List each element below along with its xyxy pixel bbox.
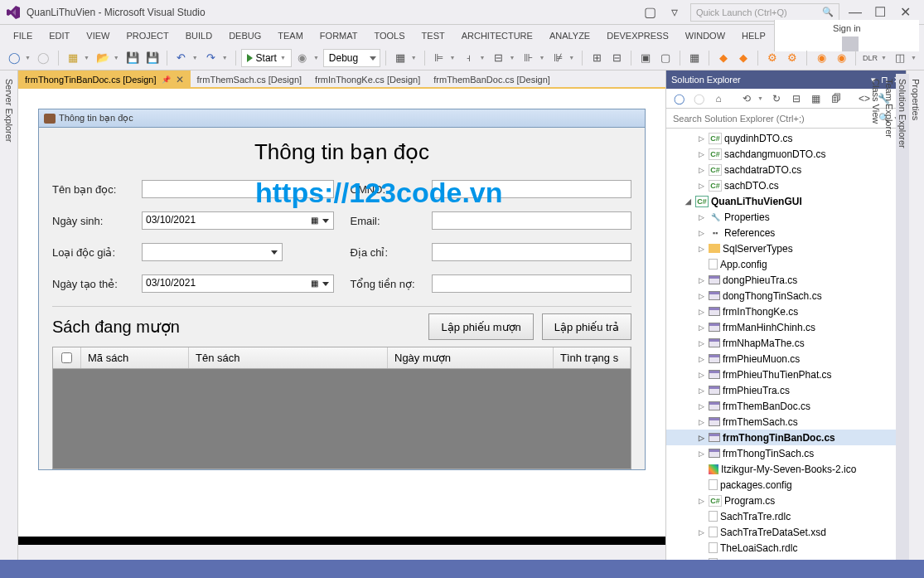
server-explorer-tab[interactable]: Server Explorer	[2, 74, 16, 573]
save-icon[interactable]: 💾	[123, 49, 142, 67]
menu-build[interactable]: BUILD	[177, 27, 220, 44]
input-tongtien[interactable]	[432, 274, 632, 293]
start-debug-button[interactable]: Start ▼	[241, 49, 292, 67]
form-designer[interactable]: https://123code.vn Thông tin bạn đọc Thô…	[18, 89, 665, 537]
redo-icon[interactable]: ↷	[202, 49, 220, 67]
bring-front-icon[interactable]: ▣	[636, 49, 655, 67]
select-all-checkbox[interactable]	[61, 352, 72, 363]
grid-col-tensach[interactable]: Tên sách	[189, 347, 388, 368]
config-combo[interactable]: Debug	[323, 49, 380, 67]
same-width-icon[interactable]: ⊟	[489, 49, 507, 67]
align-left-icon[interactable]: ⊫	[430, 49, 448, 67]
doc-tab[interactable]: frmInThongKe.cs [Design]	[308, 70, 427, 89]
dx-skin-icon[interactable]: ◫	[891, 49, 909, 67]
feedback-icon[interactable]: ▢	[637, 3, 662, 22]
expand-icon[interactable]: ▷	[696, 166, 706, 174]
input-loai[interactable]	[142, 243, 283, 261]
input-ngaysinh[interactable]: 03/10/2021▦	[142, 211, 334, 230]
menu-test[interactable]: TEST	[414, 27, 453, 44]
se-showall-icon[interactable]: ▦	[807, 90, 825, 108]
quick-launch-input[interactable]: Quick Launch (Ctrl+Q) 🔍	[690, 3, 839, 22]
h-spacing-icon[interactable]: ⊪	[519, 49, 537, 67]
expand-icon[interactable]: ▷	[696, 355, 706, 363]
expand-icon[interactable]: ▷	[696, 276, 706, 284]
form-window[interactable]: Thông tin bạn đọc Thông tin bạn đọc Tên …	[38, 109, 646, 470]
dx-icon-5[interactable]: ◉	[812, 49, 830, 67]
dx-icon-4[interactable]: ⚙	[783, 49, 801, 67]
expand-icon[interactable]: ▷	[696, 134, 706, 143]
browser-select-icon[interactable]: ◉	[293, 49, 312, 67]
center-v-icon[interactable]: ⊟	[607, 49, 626, 67]
expand-icon[interactable]: ▷	[696, 182, 706, 190]
input-cmnd[interactable]	[432, 180, 632, 198]
toolbox-icon[interactable]: ▦	[391, 49, 409, 67]
expand-icon[interactable]: ▷	[696, 213, 706, 221]
expand-icon[interactable]: ▷	[696, 339, 706, 347]
doc-tab[interactable]: frmThemBanDoc.cs [Design]	[427, 70, 557, 89]
minimize-icon[interactable]: —	[843, 3, 868, 22]
v-spacing-icon[interactable]: ⊯	[549, 49, 567, 67]
menu-architecture[interactable]: ARCHITECTURE	[453, 27, 541, 44]
team-explorer-tab[interactable]: Team Explorer	[883, 74, 896, 573]
menu-analyze[interactable]: ANALYZE	[541, 27, 598, 44]
doc-tab[interactable]: frmThemSach.cs [Design]	[191, 70, 309, 89]
input-email[interactable]	[432, 211, 632, 230]
center-h-icon[interactable]: ⊞	[588, 49, 606, 67]
new-project-icon[interactable]: ▦	[64, 49, 82, 67]
menu-help[interactable]: HELP	[733, 27, 774, 44]
menu-devexpress[interactable]: DEVEXPRESS	[598, 27, 677, 44]
se-home-icon[interactable]: ⌂	[709, 90, 728, 108]
input-ten[interactable]	[142, 180, 334, 198]
expand-icon[interactable]: ▷	[696, 292, 706, 300]
undo-icon[interactable]: ↶	[172, 49, 191, 67]
expand-icon[interactable]: ▷	[696, 229, 706, 237]
expand-icon[interactable]: ▷	[696, 528, 706, 537]
grid-sach-muon[interactable]: Mã sách Tên sách Ngày mượn Tình trạng s	[52, 347, 631, 469]
properties-tab[interactable]: Properties	[909, 74, 922, 573]
menu-team[interactable]: TEAM	[269, 27, 312, 44]
nav-back-icon[interactable]: ◯	[5, 49, 23, 67]
toolbox-tab[interactable]: Toolbox	[0, 74, 2, 573]
open-file-icon[interactable]: 📂	[94, 49, 112, 67]
grid-col-ngaymuon[interactable]: Ngày mượn	[388, 347, 554, 368]
expand-icon[interactable]: ▷	[696, 497, 706, 505]
menu-format[interactable]: FORMAT	[312, 27, 366, 44]
dx-icon-1[interactable]: ◆	[714, 49, 733, 67]
input-ngaytao[interactable]: 03/10/2021▦	[142, 274, 334, 293]
dx-config-icon[interactable]: DLR	[861, 49, 879, 67]
expand-icon[interactable]: ▷	[696, 434, 706, 442]
pin-icon[interactable]: 📌	[162, 75, 171, 84]
send-back-icon[interactable]: ▢	[656, 49, 675, 67]
expand-icon[interactable]: ▷	[696, 371, 706, 379]
se-collapse-icon[interactable]: ⊟	[787, 90, 805, 108]
lap-phieu-tra-button[interactable]: Lập phiếu trả	[542, 313, 631, 340]
close-tab-icon[interactable]: ✕	[176, 74, 184, 85]
se-refresh-icon[interactable]: ↻	[767, 90, 786, 108]
se-copy-icon[interactable]: 🗐	[827, 90, 845, 108]
expand-icon[interactable]: ◢	[683, 197, 693, 206]
solution-explorer-tab[interactable]: Solution Explorer	[896, 74, 909, 573]
grid-col-masach[interactable]: Mã sách	[81, 347, 189, 368]
expand-icon[interactable]: ▷	[696, 150, 706, 158]
se-sync-icon[interactable]: ⟲	[738, 90, 756, 108]
menu-window[interactable]: WINDOW	[677, 27, 733, 44]
close-icon[interactable]: ✕	[893, 3, 917, 22]
expand-icon[interactable]: ▷	[696, 449, 706, 458]
menu-file[interactable]: FILE	[5, 27, 41, 44]
notifications-icon[interactable]: ▿	[662, 3, 687, 22]
menu-tools[interactable]: TOOLS	[365, 27, 413, 44]
doc-tab[interactable]: frmThongTinBanDoc.cs [Design]📌✕	[18, 70, 191, 89]
expand-icon[interactable]: ▷	[696, 402, 706, 410]
menu-debug[interactable]: DEBUG	[220, 27, 269, 44]
menu-view[interactable]: VIEW	[78, 27, 118, 44]
expand-icon[interactable]: ▷	[696, 386, 706, 395]
expand-icon[interactable]: ▷	[696, 308, 706, 316]
grid-col-checkbox[interactable]	[53, 347, 81, 368]
expand-icon[interactable]: ▷	[696, 245, 706, 253]
lap-phieu-muon-button[interactable]: Lập phiếu mượn	[428, 313, 533, 340]
save-all-icon[interactable]: 💾	[143, 49, 162, 67]
expand-icon[interactable]: ▷	[696, 323, 706, 332]
se-back-icon[interactable]: ◯	[670, 90, 688, 108]
menu-project[interactable]: PROJECT	[118, 27, 177, 44]
class-view-tab[interactable]: Class View	[869, 74, 883, 573]
